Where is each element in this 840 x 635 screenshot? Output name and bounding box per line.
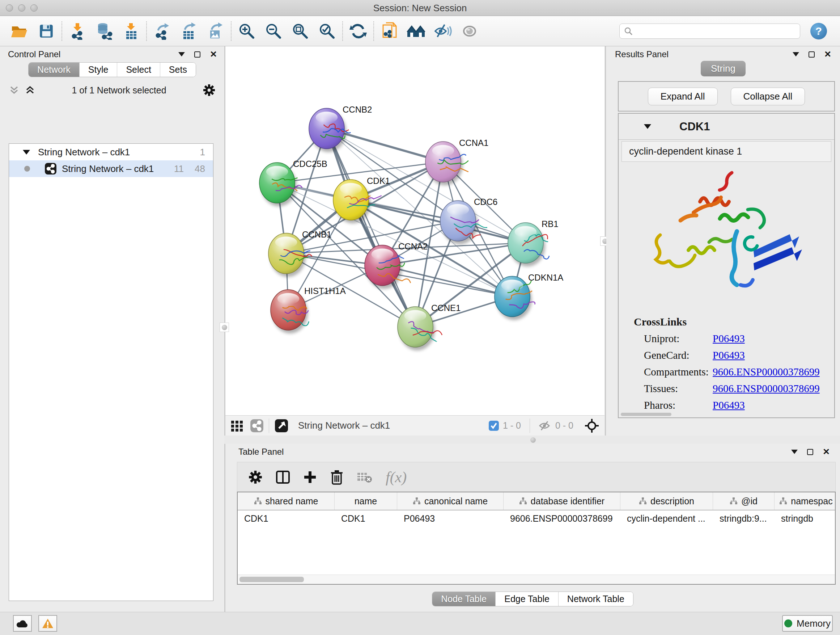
help-icon[interactable]: ? [810,23,827,40]
tab-sets[interactable]: Sets [160,63,196,77]
node-CDC6[interactable]: CDC6 [440,197,497,244]
column-header-label: description [651,496,694,507]
zoom-in-icon[interactable] [237,22,256,41]
tab-network-table[interactable]: Network Table [559,592,633,606]
tab-style[interactable]: Style [80,63,118,77]
import-database-icon[interactable] [95,22,114,41]
export-table-icon[interactable] [180,22,198,41]
crosslink-link[interactable]: P06493 [713,349,745,361]
expand-all-button[interactable]: Expand All [648,88,718,105]
crosslink-link[interactable]: 9606.ENSP00000378699 [713,383,820,394]
network-collection-row[interactable]: String Network – cdk1 1 [9,144,213,160]
node-CDKN1A[interactable]: CDKN1A [494,272,563,320]
card-collapse-icon[interactable] [644,124,651,129]
panel-float-icon[interactable] [194,51,201,57]
delete-table-icon[interactable] [357,470,373,484]
tab-edge-table[interactable]: Edge Table [496,592,559,606]
table-cell[interactable]: CDK1 [238,510,335,526]
tab-string[interactable]: String [701,61,745,76]
panel-collapse-icon[interactable] [793,52,799,57]
zoom-out-icon[interactable] [264,22,283,41]
gene-card: CDK1 cyclin-dependent kinase 1 [618,113,835,418]
column-header-namespac[interactable]: namespac [775,492,836,510]
tree-expand-icon[interactable] [23,150,30,155]
column-header-canonical-name[interactable]: canonical name [397,492,504,510]
import-table-icon[interactable] [122,22,141,41]
table-row[interactable]: CDK1CDK1P064939606.ENSP00000378699cyclin… [238,510,835,526]
table-cell[interactable]: P06493 [397,510,504,526]
crosslink-link[interactable]: P06493 [713,399,745,411]
refresh-icon[interactable] [349,22,368,41]
panel-float-icon[interactable] [807,449,813,455]
panel-collapse-icon[interactable] [178,52,185,57]
function-builder-icon[interactable]: f(x) [386,469,407,486]
table-settings-icon[interactable] [248,470,263,485]
column-header-name[interactable]: name [335,492,397,510]
table-cell[interactable]: cyclin-dependent ... [621,510,713,526]
table-cell[interactable]: 9606.ENSP00000378699 [504,510,621,526]
export-image-icon[interactable] [206,22,225,41]
import-network-icon[interactable] [68,22,87,41]
panel-float-icon[interactable] [808,51,815,57]
show-all-icon[interactable] [460,22,479,41]
cloud-status-button[interactable] [13,615,32,632]
warning-status-button[interactable] [38,615,57,632]
panel-close-icon[interactable]: ✕ [824,50,831,59]
card-hscrollbar[interactable] [621,413,671,416]
table-cell[interactable]: stringdb [775,510,836,526]
add-column-icon[interactable] [303,470,317,484]
crosslink-link[interactable]: 9606.ENSP00000378699 [713,366,820,378]
fit-content-crosshair-icon[interactable] [584,418,600,433]
zoom-fit-icon[interactable] [291,22,309,41]
edge-b2-e1[interactable] [327,128,415,327]
column-header-description[interactable]: description [621,492,713,510]
node-HIST1H1A[interactable]: HIST1H1A [271,286,346,333]
open-session-icon[interactable] [10,22,29,41]
node-CCNB1[interactable]: CCNB1 [268,230,332,277]
zoom-selected-icon[interactable] [317,22,336,41]
export-network-icon[interactable] [153,22,172,41]
node-CDK1[interactable]: CDK1 [333,176,390,223]
node-CCNE1[interactable]: CCNE1 [398,303,461,350]
delete-column-icon[interactable] [330,470,344,485]
tab-node-table[interactable]: Node Table [432,592,496,606]
birds-eye-view-icon[interactable] [231,419,243,432]
save-session-icon[interactable] [37,22,56,41]
node-table[interactable]: shared namenamecanonical namedatabase id… [237,492,836,585]
left-splitter-handle[interactable] [219,323,229,332]
hide-selected-icon[interactable] [433,22,452,41]
tab-network[interactable]: Network [28,63,80,77]
panel-close-icon[interactable]: ✕ [823,448,830,456]
table-cell[interactable]: CDK1 [335,510,397,526]
network-options-gear-icon[interactable] [202,84,216,97]
tab-select[interactable]: Select [117,63,160,77]
crosslink-link[interactable]: P06493 [713,333,745,345]
collapse-all-icon[interactable] [9,85,19,96]
node-CCNB2[interactable]: CCNB2 [309,105,372,152]
clone-network-icon[interactable] [380,22,399,41]
node-CCNA1[interactable]: CCNA1 [425,138,488,185]
selected-checkbox-icon[interactable] [488,420,499,431]
string-network-badge-icon [250,419,264,432]
expand-all-icon[interactable] [25,85,35,96]
home-icon[interactable] [407,22,425,41]
search-input[interactable] [633,26,796,36]
table-hscrollbar-thumb[interactable] [240,577,304,582]
table-panel: Table Panel ✕ f(x) shared namenamecanoni… [225,444,840,612]
table-hscrollbar-track[interactable] [238,575,835,584]
show-columns-icon[interactable] [276,470,290,485]
column-header-@id[interactable]: @id [713,492,775,510]
node-RB1[interactable]: RB1 [508,219,559,266]
column-header-shared-name[interactable]: shared name [238,492,335,510]
network-canvas[interactable]: CCNB2CCNA1CDC25BCDK1CDC6RB1CCNB1CCNA2CDK… [225,46,605,415]
column-header-database-identifier[interactable]: database identifier [504,492,621,510]
network-row[interactable]: String Network – cdk1 11 48 [9,160,213,177]
memory-status-icon [784,619,792,627]
panel-close-icon[interactable]: ✕ [210,50,217,59]
open-in-window-icon[interactable] [274,418,289,433]
table-cell[interactable]: stringdb:9... [713,510,775,526]
panel-collapse-icon[interactable] [791,450,798,454]
memory-button[interactable]: Memory [782,615,833,632]
bottom-splitter-handle[interactable] [531,437,536,443]
collapse-all-button[interactable]: Collapse All [731,88,805,105]
